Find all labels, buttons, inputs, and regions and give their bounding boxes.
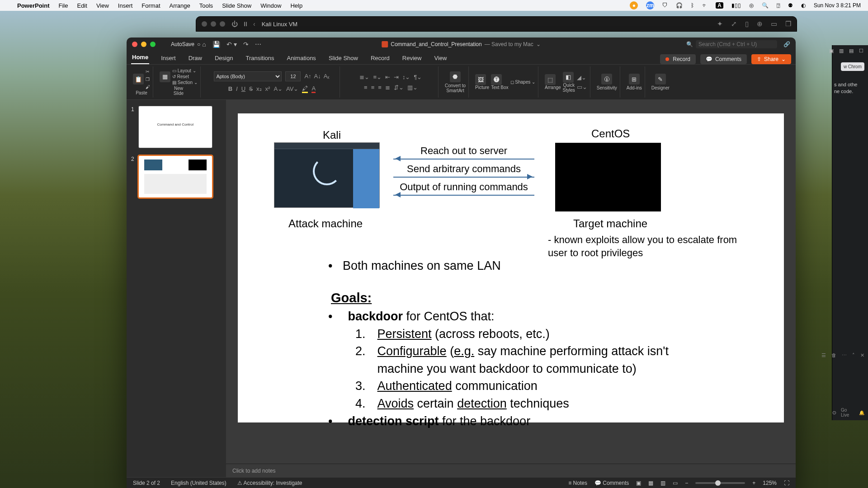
decrease-font-icon[interactable]: A↓ — [314, 73, 321, 80]
control-center-icon[interactable]: ⚉ — [788, 2, 793, 9]
power-icon[interactable]: ⏻ — [231, 20, 238, 28]
normal-view-icon[interactable]: ▣ — [636, 480, 641, 486]
search-input[interactable] — [696, 40, 777, 48]
fit-to-window-icon[interactable]: ⛶ — [784, 480, 789, 486]
clear-format-icon[interactable]: Aᵪ — [324, 73, 330, 80]
quickstyles-icon[interactable]: ◧ — [563, 72, 574, 83]
document-title[interactable]: Command_and_Control_Presentation — [391, 41, 481, 47]
sorter-view-icon[interactable]: ▦ — [648, 480, 653, 486]
input-source-icon[interactable]: A — [716, 2, 723, 9]
expand-icon[interactable]: ⤢ — [731, 20, 737, 28]
share-button[interactable]: ⇧Share ⌄ — [751, 54, 791, 64]
strike-icon[interactable]: S̶ — [249, 85, 253, 92]
reset-button[interactable]: ↺ Reset — [172, 74, 198, 79]
mic-indicator-icon[interactable]: ● — [630, 1, 638, 9]
sensitivity-icon[interactable]: 🛈 — [601, 74, 612, 84]
broadcast-icon[interactable]: ⵙ — [832, 410, 836, 415]
section-dropdown[interactable]: ▤ Section ⌄ — [172, 80, 198, 85]
notes-toggle[interactable]: ≡ Notes — [568, 480, 587, 486]
tab-draw[interactable]: Draw — [188, 52, 203, 64]
underline-icon[interactable]: U — [241, 85, 245, 92]
trash-icon[interactable]: 🗑 — [831, 352, 836, 358]
menu-format[interactable]: Format — [142, 2, 160, 9]
menu-view[interactable]: View — [96, 2, 109, 9]
battery-icon[interactable]: ▮▯▯ — [731, 2, 741, 9]
bullets-icon[interactable]: ≣⌄ — [359, 74, 369, 80]
golive-label[interactable]: Go Live — [841, 408, 854, 418]
tab-record[interactable]: Record — [370, 52, 391, 64]
close-icon[interactable]: ✕ — [860, 352, 864, 358]
folder-icon[interactable]: ▭ — [771, 20, 777, 28]
shape-fill-icon[interactable]: ◢⌄ — [577, 74, 587, 81]
back-icon[interactable]: ‹ — [253, 20, 255, 28]
more-icon[interactable]: ⋯ — [255, 41, 261, 48]
menu-help[interactable]: Help — [290, 2, 302, 9]
redo-icon[interactable]: ↷ — [243, 41, 249, 48]
tab-transitions[interactable]: Transitions — [245, 52, 275, 64]
increase-font-icon[interactable]: A↑ — [304, 73, 311, 80]
bluetooth-icon[interactable]: ᛒ — [691, 2, 694, 9]
share-link-icon[interactable]: 🔗 — [783, 41, 790, 47]
italic-icon[interactable]: I — [236, 85, 238, 92]
headphones-icon[interactable]: 🎧 — [676, 2, 683, 9]
panel-icon[interactable]: ☰ — [821, 352, 826, 358]
tab-home[interactable]: Home — [131, 51, 149, 64]
minimize-icon[interactable] — [141, 42, 146, 47]
align-center-icon[interactable]: ≡ — [371, 84, 375, 91]
comments-toggle[interactable]: 💬 Comments — [594, 480, 629, 486]
chevron-down-icon[interactable]: ⌄ — [536, 41, 541, 47]
reading-view-icon[interactable]: ▥ — [660, 480, 665, 486]
zoom-out-icon[interactable]: − — [685, 480, 688, 486]
zoom-in-icon[interactable]: + — [752, 480, 755, 486]
chevron-up-icon[interactable]: ˄ — [852, 352, 855, 358]
columns-icon[interactable]: ▥⌄ — [407, 84, 418, 91]
format-painter-icon[interactable]: 🖌 — [146, 84, 150, 89]
users-icon[interactable]: ⍰ — [777, 2, 780, 9]
comments-button[interactable]: 💬Comments — [700, 54, 747, 64]
font-select[interactable]: Aptos (Body) — [214, 71, 282, 81]
undo-icon[interactable]: ↶ ▾ — [226, 41, 237, 48]
numbers-icon[interactable]: ≡⌄ — [373, 74, 382, 80]
picture-icon[interactable]: 🖼 — [475, 74, 486, 85]
tab-view[interactable]: View — [433, 52, 448, 64]
highlight-icon[interactable]: 🖍 — [302, 85, 308, 93]
superscript-icon[interactable]: x² — [265, 85, 270, 92]
menu-window[interactable]: Window — [260, 2, 281, 9]
save-icon[interactable]: 💾 — [212, 41, 220, 48]
menu-tools[interactable]: Tools — [199, 2, 213, 9]
addins-icon[interactable]: ⊞ — [629, 74, 640, 84]
notes-placeholder[interactable]: Click to add notes — [226, 464, 796, 477]
align-justify-icon[interactable]: ≣ — [385, 84, 390, 91]
shield-icon[interactable]: ⛉ — [662, 2, 668, 9]
globe-icon[interactable]: ⊕ — [757, 20, 763, 28]
vertical-align-icon[interactable]: ⇵⌄ — [394, 84, 404, 91]
screen-mirror-icon[interactable]: ◎ — [749, 2, 754, 9]
pause-icon[interactable]: ⏸ — [242, 20, 249, 28]
siri-icon[interactable]: ◐ — [801, 2, 806, 9]
text-dir-icon[interactable]: ¶⌄ — [414, 74, 422, 80]
menubar-clock[interactable]: Sun Nov 3 8:21 PM — [814, 2, 861, 9]
designer-icon[interactable]: ✎ — [655, 74, 666, 84]
windows-icon[interactable]: ❐ — [785, 20, 791, 28]
menu-arrange[interactable]: Arrange — [170, 2, 190, 9]
new-slide-icon[interactable]: ▦ — [160, 71, 170, 82]
close-icon[interactable] — [132, 42, 137, 47]
minimize-icon[interactable] — [211, 21, 216, 27]
zoom-value[interactable]: 125% — [763, 480, 777, 486]
more-icon[interactable]: ⋯ — [842, 352, 847, 358]
zoom-slider[interactable] — [695, 482, 745, 484]
slide-thumbnail-2[interactable] — [139, 156, 212, 197]
slide-thumbnail-1[interactable]: Command and Control — [139, 106, 212, 148]
layout-icon[interactable]: ☐ — [859, 48, 863, 54]
font-color-icon[interactable]: A — [311, 85, 316, 93]
subscript-icon[interactable]: x₂ — [256, 85, 262, 92]
align-right-icon[interactable]: ≡ — [378, 84, 382, 91]
device-icon[interactable]: ▯ — [745, 20, 749, 28]
menu-insert[interactable]: Insert — [118, 2, 133, 9]
bell-icon[interactable]: 🔔 — [859, 410, 864, 415]
wifi-icon[interactable]: ᯤ — [702, 2, 708, 9]
layout-icon[interactable]: ▥ — [839, 48, 844, 54]
menu-slideshow[interactable]: Slide Show — [222, 2, 251, 9]
indent-icon[interactable]: ⇥ — [394, 74, 399, 80]
align-left-icon[interactable]: ≡ — [364, 84, 368, 91]
